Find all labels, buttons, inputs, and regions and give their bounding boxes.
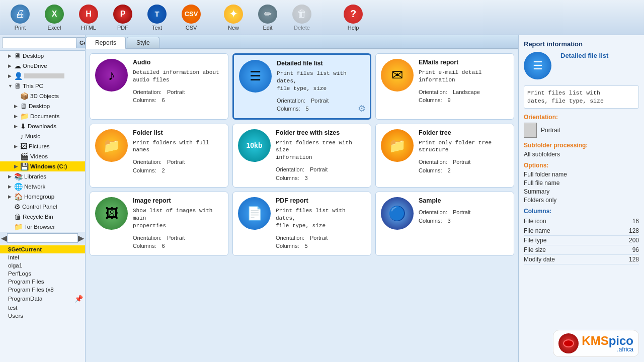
sidebar-item-network[interactable]: ▶ 🌐 Network bbox=[0, 182, 85, 192]
emails-card-meta: Orientation: Landscape Columns: 9 bbox=[419, 88, 509, 105]
sidebar-item-music[interactable]: ♪ Music bbox=[0, 131, 85, 141]
delete-button[interactable]: 🗑 Delete bbox=[286, 3, 318, 33]
emails-card-title: EMails report bbox=[419, 59, 509, 66]
sidebar-item-user[interactable]: ▶ 👤 bbox=[0, 71, 85, 81]
print-button[interactable]: 🖨 Print bbox=[4, 3, 36, 33]
sidebar-item-desktop[interactable]: ▶ 🖥 Desktop bbox=[0, 101, 85, 111]
image-card-desc: Show list of images with mainproperties bbox=[133, 207, 223, 230]
sidebar-left-arrow[interactable]: ◀ bbox=[1, 233, 7, 243]
sidebar-item-control-panel[interactable]: ⚙ Control Panel bbox=[0, 202, 85, 212]
sidebar-item-recycle-bin[interactable]: 🗑 Recycle Bin bbox=[0, 212, 85, 222]
report-card-detailed-file-list[interactable]: ☰ Detailed file list Print files list wi… bbox=[232, 53, 371, 120]
tab-bar: Reports Style bbox=[86, 35, 518, 49]
folder-tree-card-desc: Print only folder treestructure bbox=[419, 139, 509, 154]
sidebar-item-program-files-x86[interactable]: Program Files (x8 bbox=[0, 286, 85, 294]
rp-col-row-1: File icon 16 bbox=[524, 217, 639, 226]
sidebar-label: Homegroup bbox=[24, 194, 54, 200]
sidebar-item-intel[interactable]: Intel bbox=[0, 253, 85, 261]
pdf-card-meta: Orientation: Portrait Columns: 5 bbox=[276, 234, 366, 250]
csv-label: CSV bbox=[186, 25, 197, 31]
sidebar-item-pictures[interactable]: ▶ 🖼 Pictures bbox=[0, 141, 85, 151]
sidebar-item-onedrive[interactable]: ▶ ☁ OneDrive bbox=[0, 61, 85, 71]
sidebar-label: Libraries bbox=[24, 173, 46, 179]
arrow-icon: ▶ bbox=[8, 63, 14, 68]
portrait-box bbox=[524, 123, 537, 138]
sidebar-item-getcurrent[interactable]: $GetCurrent bbox=[0, 245, 85, 253]
new-button[interactable]: ✦ New bbox=[217, 3, 250, 33]
report-card-folder-list[interactable]: 📁 Folder list Print folders with full na… bbox=[90, 124, 228, 188]
sidebar-label: Intel bbox=[8, 254, 19, 260]
search-input[interactable] bbox=[2, 37, 76, 48]
sidebar-item-videos[interactable]: 🎬 Videos bbox=[0, 151, 85, 161]
rp-options-title: Options: bbox=[524, 162, 639, 169]
print-label: Print bbox=[15, 25, 26, 31]
sidebar-item-programdata[interactable]: ProgramData 📌 bbox=[0, 294, 85, 304]
sidebar-item-perflogs[interactable]: PerfLogs bbox=[0, 269, 85, 278]
col-val-1: 16 bbox=[632, 218, 639, 225]
folder-tree-sizes-card-body: Folder tree with sizes Print folders tre… bbox=[276, 129, 366, 183]
pdf-button[interactable]: P PDF bbox=[107, 3, 139, 33]
pdf-card-desc: Print files list with dates,file type, s… bbox=[276, 207, 366, 230]
sidebar-label: Desktop bbox=[23, 53, 44, 59]
sidebar-item-users[interactable]: Users bbox=[0, 312, 85, 320]
sidebar-item-documents[interactable]: ▶ 📁 Documents bbox=[0, 111, 85, 121]
sidebar-item-program-files[interactable]: Program Files bbox=[0, 278, 85, 286]
report-card-image[interactable]: 🖼 Image report Show list of images with … bbox=[90, 192, 228, 256]
arrow-icon bbox=[8, 204, 14, 209]
csv-button[interactable]: CSV CSV bbox=[175, 3, 207, 33]
tab-style[interactable]: Style bbox=[127, 37, 159, 48]
image-card-body: Image report Show list of images with ma… bbox=[133, 197, 223, 250]
text-button[interactable]: T Text bbox=[141, 3, 173, 33]
sidebar-item-downloads[interactable]: ▶ ⬇ Downloads bbox=[0, 121, 85, 131]
col-name-2: File name bbox=[524, 227, 550, 234]
col-name-5: Modify date bbox=[524, 256, 555, 263]
help-button[interactable]: ? Help bbox=[337, 3, 369, 33]
sidebar-item-windows-c[interactable]: ▶ 💾 Windows (C:) bbox=[0, 161, 85, 171]
sidebar-label: OneDrive bbox=[23, 63, 47, 69]
arrow-icon: ▶ bbox=[14, 124, 20, 129]
folder-list-card-title: Folder list bbox=[133, 129, 223, 136]
text-icon: T bbox=[147, 5, 167, 24]
arrow-icon: ▶ bbox=[14, 144, 20, 149]
arrow-icon bbox=[14, 94, 20, 99]
folder-tree-sizes-card-meta: Orientation: Portrait Columns: 3 bbox=[276, 165, 366, 182]
report-card-sample[interactable]: 🔵 Sample Orientation: Portrait Columns: … bbox=[375, 192, 514, 256]
edit-label: Edit bbox=[263, 25, 273, 31]
sidebar-item-3d-objects[interactable]: 📦 3D Objects bbox=[0, 91, 85, 101]
sidebar-label: Documents bbox=[30, 113, 59, 119]
excel-button[interactable]: X Excel bbox=[38, 3, 70, 33]
toolbar: 🖨 Print X Excel H HTML P PDF T Text CSV … bbox=[0, 0, 644, 35]
report-card-folder-tree[interactable]: 📁 Folder tree Print only folder treestru… bbox=[375, 124, 514, 188]
folder-tree-card-body: Folder tree Print only folder treestruct… bbox=[419, 129, 509, 183]
sidebar-item-olga1[interactable]: olga1 bbox=[0, 261, 85, 269]
folder-list-card-meta: Orientation: Portrait Columns: 2 bbox=[133, 158, 223, 174]
sidebar-item-tor-browser[interactable]: 📁 Tor Browser bbox=[0, 222, 85, 232]
sidebar-item-desktop-top[interactable]: ▶ 🖥 Desktop bbox=[0, 51, 85, 61]
search-bar: Go bbox=[0, 35, 85, 51]
rp-option-3: Summary bbox=[524, 188, 639, 195]
edit-button[interactable]: ✏ Edit bbox=[252, 3, 284, 33]
kms-logo-icon bbox=[558, 333, 579, 353]
report-card-emails[interactable]: ✉ EMails report Print e-mail detail info… bbox=[375, 53, 514, 120]
go-button[interactable]: Go bbox=[76, 37, 86, 48]
sidebar-right-arrow[interactable]: ▶ bbox=[78, 233, 84, 243]
sidebar-item-test[interactable]: test bbox=[0, 304, 85, 312]
col-name-3: File type bbox=[524, 237, 546, 244]
rp-col-row-4: File size 96 bbox=[524, 245, 639, 255]
report-card-audio[interactable]: ♪ Audio Detailed information aboutaudio … bbox=[90, 53, 228, 120]
sidebar-label: 3D Objects bbox=[30, 93, 59, 99]
reports-grid: ♪ Audio Detailed information aboutaudio … bbox=[86, 49, 518, 362]
report-card-folder-tree-sizes[interactable]: 10kb Folder tree with sizes Print folder… bbox=[232, 124, 371, 188]
tab-reports[interactable]: Reports bbox=[86, 37, 126, 49]
rp-option-1: Full folder name bbox=[524, 171, 639, 178]
folder-tree-card-meta: Orientation: Portrait Columns: 2 bbox=[419, 158, 509, 174]
sidebar-item-libraries[interactable]: ▶ 📚 Libraries bbox=[0, 171, 85, 182]
arrow-icon: ▶ bbox=[14, 114, 20, 119]
sidebar-label: Program Files bbox=[8, 279, 44, 285]
sidebar-item-this-pc[interactable]: ▼ 🖥 This PC bbox=[0, 81, 85, 91]
help-icon: ? bbox=[344, 5, 363, 24]
rp-subfolder-title: Subfolder processing: bbox=[524, 142, 639, 149]
html-button[interactable]: H HTML bbox=[72, 3, 105, 33]
sidebar-item-homegroup[interactable]: ▶ 🏠 Homegroup bbox=[0, 192, 85, 202]
report-card-pdf[interactable]: 📄 PDF report Print files list with dates… bbox=[232, 192, 371, 256]
